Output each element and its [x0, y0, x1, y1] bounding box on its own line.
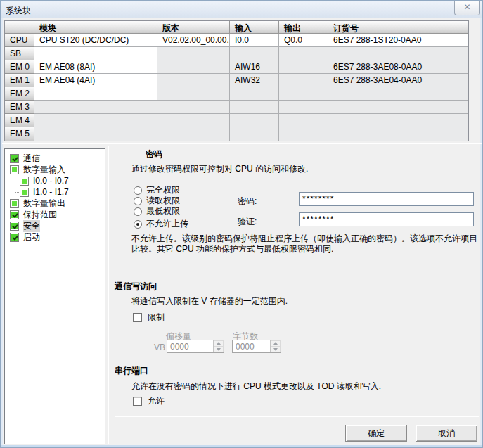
tree-item-communication[interactable]: 通信 [6, 153, 103, 164]
cell-module[interactable]: EM AE08 (8AI) [34, 60, 157, 74]
password-section-title: 密码 [146, 148, 162, 160]
horizontal-separator [2, 143, 482, 144]
allow-checkbox[interactable]: 允许 [133, 395, 165, 407]
tree-item-i1[interactable]: I1.0 - I1.7 [6, 186, 103, 198]
serial-description: 允许在没有密码的情况下进行 CPU 模式更改以及 TOD 读取和写入. [131, 380, 381, 392]
cell-module[interactable] [34, 87, 157, 101]
checkbox-icon[interactable] [133, 397, 142, 406]
radio-disallow-upload[interactable]: 不允许上传 [134, 218, 188, 230]
cell-module[interactable]: EM AE04 (4AI) [34, 74, 157, 87]
cell-version [157, 114, 230, 127]
table-row-em4: EM 4 [5, 114, 468, 127]
cell-output [279, 60, 328, 74]
spinner-up-icon [271, 340, 281, 347]
table-row-em3: EM 3 [5, 101, 468, 114]
checked-checkbox-icon[interactable] [10, 210, 19, 219]
cell-version [157, 74, 230, 87]
cell-output [279, 47, 328, 60]
cell-output: Q0.0 [279, 34, 328, 47]
cell-input [230, 47, 279, 60]
square-checkbox-icon[interactable] [20, 188, 29, 197]
password-input[interactable] [299, 192, 474, 206]
row-header-em2[interactable]: EM 2 [5, 87, 34, 101]
col-output: 输出 [279, 21, 328, 34]
radio-icon[interactable] [134, 186, 142, 195]
cell-module[interactable] [34, 47, 157, 60]
serial-section-title: 串行端口 [115, 365, 148, 377]
password-label: 密码: [238, 196, 257, 207]
tree-item-i0[interactable]: I0.0 - I0.7 [6, 175, 103, 186]
verify-input[interactable] [299, 212, 474, 226]
tree-item-startup[interactable]: 启动 [6, 231, 103, 243]
row-header-em1[interactable]: EM 1 [5, 74, 34, 87]
corner-cell [5, 21, 34, 34]
cell-order [328, 114, 468, 127]
checked-checkbox-icon[interactable] [10, 154, 19, 163]
offset-spinner: 0000 [167, 340, 224, 353]
table-row-em0: EM 0 EM AE08 (8AI) AIW16 6ES7 288-3AE08-… [5, 60, 468, 74]
row-header-em4[interactable]: EM 4 [5, 114, 34, 127]
cell-order [328, 127, 468, 141]
cell-version [157, 87, 230, 101]
col-input: 输入 [230, 21, 279, 34]
checked-checkbox-icon[interactable] [10, 233, 19, 242]
radio-selected-icon[interactable] [134, 220, 142, 229]
table-header-row: 模块 版本 输入 输出 订货号 [5, 21, 468, 34]
cell-version [157, 47, 230, 60]
cell-order: 6ES7 288-3AE04-0AA0 [328, 74, 468, 87]
cell-order [328, 101, 468, 114]
verify-label: 验证: [238, 216, 257, 228]
cell-order: 6ES7 288-1ST20-0AA0 [328, 34, 468, 47]
cell-input [230, 114, 279, 127]
row-header-em5[interactable]: EM 5 [5, 127, 34, 141]
cell-input: AIW16 [230, 60, 279, 74]
row-header-cpu[interactable]: CPU [5, 34, 34, 47]
table-row-em2: EM 2 [5, 87, 468, 101]
table-row-em1: EM 1 EM AE04 (4AI) AIW32 6ES7 288-3AE04-… [5, 74, 468, 87]
tree-item-digital-input[interactable]: 数字量输入 [6, 164, 103, 175]
row-header-em3[interactable]: EM 3 [5, 101, 34, 114]
spinner-down-icon [271, 347, 281, 353]
cell-module [34, 127, 157, 141]
tree-item-security[interactable]: 安全 [6, 220, 103, 231]
cell-version [157, 101, 230, 114]
cell-output [279, 87, 328, 101]
cell-input [230, 87, 279, 101]
cell-output [279, 114, 328, 127]
row-header-sb[interactable]: SB [5, 47, 34, 60]
restrict-checkbox[interactable]: 限制 [133, 312, 165, 324]
tree-item-retentive-range[interactable]: 保持范围 [6, 209, 103, 220]
comm-write-description: 将通信写入限制在 V 存储器的一定范围内. [131, 295, 288, 307]
cell-module[interactable]: CPU ST20 (DC/DC/DC) [34, 34, 157, 47]
radio-minimum-privileges[interactable]: 最低权限 [134, 205, 180, 217]
close-icon: ✕ [463, 2, 470, 12]
cell-output [279, 127, 328, 141]
cell-order [328, 87, 468, 101]
spinner-up-icon [214, 340, 224, 347]
cell-input: AIW32 [230, 74, 279, 87]
close-button[interactable]: ✕ [454, 1, 480, 15]
vb-label: VB [154, 343, 165, 352]
row-header-em0[interactable]: EM 0 [5, 60, 34, 74]
cell-input [230, 127, 279, 141]
radio-icon[interactable] [134, 207, 142, 216]
cancel-button[interactable]: 取消 [416, 425, 477, 442]
radio-icon[interactable] [134, 197, 142, 205]
cell-version: V02.02.00_00.00... [157, 34, 230, 47]
footer-separator [115, 416, 479, 417]
ok-button[interactable]: 确定 [345, 425, 407, 442]
cell-version [157, 127, 230, 141]
cell-output [279, 101, 328, 114]
square-checkbox-icon[interactable] [10, 165, 19, 174]
password-description: 通过修改密码权限可控制对 CPU 的访问和修改. [131, 163, 308, 175]
checked-checkbox-icon[interactable] [10, 222, 19, 231]
table-row-sb: SB [5, 47, 468, 60]
square-checkbox-icon[interactable] [10, 199, 19, 208]
table-row-em5: EM 5 [5, 127, 468, 141]
col-order: 订货号 [328, 21, 468, 34]
checkbox-icon[interactable] [133, 313, 142, 322]
tree-item-digital-output[interactable]: 数字量输出 [6, 198, 103, 209]
square-checkbox-icon[interactable] [20, 177, 29, 186]
dialog-title: 系统块 [6, 5, 31, 17]
cell-module [34, 101, 157, 114]
